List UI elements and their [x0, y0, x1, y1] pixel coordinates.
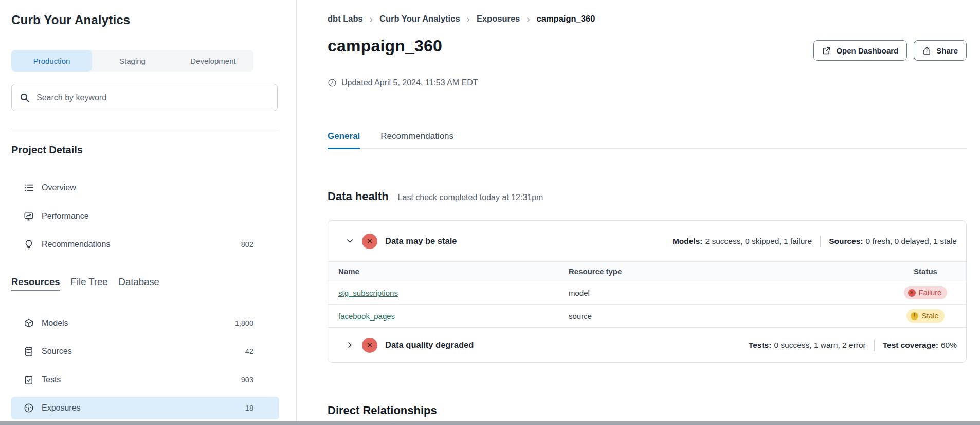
tests-stat: Tests:0 success, 1 warn, 2 error: [749, 341, 866, 350]
data-health-heading: Data health: [328, 190, 389, 203]
open-dashboard-button[interactable]: Open Dashboard: [813, 40, 907, 61]
sidebar-item-overview[interactable]: Overview: [11, 176, 279, 199]
main-content: dbt Labs › Curb Your Analytics › Exposur…: [297, 0, 980, 425]
clock-icon: [328, 78, 337, 87]
resource-link-stg-subscriptions[interactable]: stg_subscriptions: [338, 289, 398, 297]
search-input[interactable]: [35, 93, 270, 103]
search-box: [11, 84, 278, 111]
sidebar-item-tests[interactable]: Tests 903: [11, 368, 279, 391]
quality-section-stats: Tests:0 success, 1 warn, 2 error Test co…: [749, 340, 957, 351]
resources-nav: Models 1,800 Sources 42 Tests 903: [11, 312, 296, 419]
stale-section-stats: Models:2 success, 0 skipped, 1 failure S…: [673, 236, 957, 247]
status-cell: ! Stale: [906, 309, 944, 323]
sidebar-item-recommendations[interactable]: Recommendations 802: [11, 233, 279, 256]
share-button[interactable]: Share: [914, 40, 967, 61]
error-x-icon: ✕: [908, 289, 916, 297]
search-icon: [19, 92, 30, 103]
chevron-right-icon: ›: [370, 14, 373, 24]
tab-database[interactable]: Database: [119, 276, 159, 291]
item-count: 802: [241, 240, 253, 249]
env-tab-development[interactable]: Development: [173, 50, 253, 72]
detail-tabbar: General Recommendations: [328, 131, 967, 149]
item-count: 903: [241, 376, 253, 384]
breadcrumb-exposures[interactable]: Exposures: [477, 14, 520, 24]
sidebar-item-sources[interactable]: Sources 42: [11, 340, 279, 363]
tab-recommendations[interactable]: Recommendations: [380, 131, 453, 148]
item-count: 18: [245, 404, 253, 412]
open-dashboard-label: Open Dashboard: [836, 46, 898, 55]
quality-section-header[interactable]: ✕ Data quality degraded Tests:0 success,…: [328, 328, 966, 362]
test-coverage-stat: Test coverage:60%: [883, 341, 957, 350]
sidebar-item-models[interactable]: Models 1,800: [11, 312, 279, 334]
updated-text: Updated April 5, 2024, 11:53 AM EDT: [341, 78, 478, 87]
stale-section-header[interactable]: ✕ Data may be stale Models:2 success, 0 …: [328, 221, 966, 262]
sidebar-item-performance[interactable]: Performance: [11, 205, 279, 227]
breadcrumb: dbt Labs › Curb Your Analytics › Exposur…: [328, 14, 967, 24]
direct-relationships-heading: Direct Relationships: [328, 404, 967, 417]
table-row: facebook_pages source ! Stale: [328, 305, 966, 328]
resource-link-facebook-pages[interactable]: facebook_pages: [338, 312, 395, 321]
lightbulb-icon: [24, 239, 34, 250]
page-title: campaign_360: [328, 36, 442, 56]
warning-exclamation-icon: !: [911, 312, 918, 320]
page-header: campaign_360 Open Dashboard Share: [328, 36, 967, 61]
dbt-explorer-window: Curb Your Analytics Production Staging D…: [0, 0, 980, 425]
item-count: 1,800: [235, 319, 253, 327]
breadcrumb-project[interactable]: Curb Your Analytics: [379, 14, 460, 24]
external-link-icon: [822, 46, 831, 55]
resources-tabbar: Resources File Tree Database: [11, 276, 296, 291]
window-bottom-edge: [0, 421, 980, 425]
column-header-name: Name: [338, 267, 569, 276]
status-badge-stale: ! Stale: [906, 309, 944, 323]
table-row: stg_subscriptions model ✕ Failure: [328, 281, 966, 305]
sidebar-item-label: Sources: [42, 347, 72, 356]
chevron-right-icon: ›: [467, 14, 470, 24]
stale-section-title: Data may be stale: [385, 236, 457, 246]
sidebar-divider: [11, 128, 279, 128]
error-status-icon: ✕: [362, 234, 377, 249]
tab-general[interactable]: General: [328, 131, 360, 148]
env-tab-production[interactable]: Production: [11, 50, 92, 72]
breadcrumb-account[interactable]: dbt Labs: [328, 14, 363, 24]
project-title: Curb Your Analytics: [11, 12, 296, 27]
tab-file-tree[interactable]: File Tree: [71, 276, 108, 291]
last-check-text: Last check completed today at 12:31pm: [398, 193, 543, 202]
chevron-right-icon: ›: [527, 14, 530, 24]
status-cell: ✕ Failure: [904, 286, 947, 299]
gauge-icon: [24, 403, 34, 413]
chevron-right-icon[interactable]: [346, 341, 354, 349]
resource-type-cell: model: [569, 289, 894, 297]
sidebar: Curb Your Analytics Production Staging D…: [0, 0, 297, 425]
tab-resources[interactable]: Resources: [11, 276, 60, 291]
share-icon: [922, 46, 931, 55]
project-details-heading: Project Details: [11, 144, 296, 156]
sources-stat: Sources:0 fresh, 0 delayed, 1 stale: [829, 237, 957, 246]
resource-type-cell: source: [569, 312, 894, 321]
project-details-nav: Overview Performance Recommendations 802: [11, 176, 296, 256]
data-health-card: ✕ Data may be stale Models:2 success, 0 …: [328, 220, 967, 363]
performance-icon: [24, 211, 34, 221]
sidebar-item-label: Performance: [42, 211, 89, 221]
header-actions: Open Dashboard Share: [813, 40, 967, 61]
status-badge-failure: ✕ Failure: [904, 286, 947, 299]
status-badge-label: Stale: [921, 312, 938, 320]
sidebar-item-exposures[interactable]: Exposures 18: [11, 397, 279, 419]
database-icon: [24, 346, 34, 357]
clipboard-check-icon: [24, 375, 34, 385]
updated-timestamp: Updated April 5, 2024, 11:53 AM EDT: [328, 78, 967, 87]
table-header: Name Resource type Status: [328, 262, 966, 281]
sidebar-item-label: Models: [42, 318, 68, 328]
breadcrumb-current: campaign_360: [537, 14, 595, 24]
chevron-down-icon[interactable]: [346, 237, 354, 245]
status-badge-label: Failure: [919, 289, 941, 297]
item-count: 42: [245, 347, 253, 356]
quality-section-title: Data quality degraded: [385, 340, 474, 350]
error-status-icon: ✕: [362, 338, 377, 353]
env-tab-staging[interactable]: Staging: [92, 50, 173, 72]
stat-divider: [874, 340, 875, 351]
list-icon: [24, 183, 34, 193]
column-header-status: Status: [914, 267, 937, 276]
models-stat: Models:2 success, 0 skipped, 1 failure: [673, 237, 812, 246]
share-label: Share: [936, 46, 958, 55]
cube-icon: [24, 318, 34, 328]
